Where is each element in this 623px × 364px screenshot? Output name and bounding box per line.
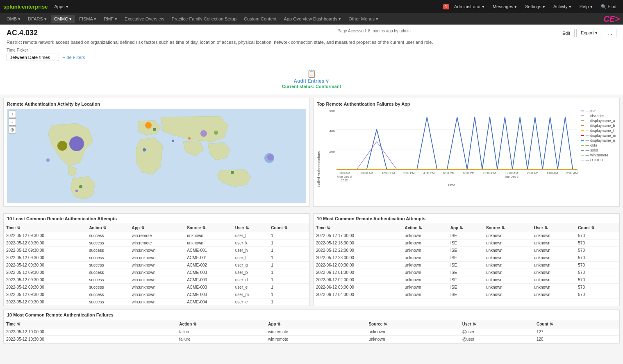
page-accessed-text: Page Accessed: 6 months ago by admin (190, 29, 558, 33)
table-cell: 1 (268, 262, 309, 269)
cmmc-menu[interactable]: CMMC ▾ (51, 15, 75, 23)
activity-menu[interactable]: Activity ▾ (550, 2, 575, 11)
target-button[interactable]: ⊕ (9, 126, 16, 133)
table-cell: 2022-05-12 09:30:00 (4, 291, 86, 298)
mc-col-action[interactable]: Action ⇅ (402, 224, 448, 232)
executive-overview-menu[interactable]: Executive Overview (121, 15, 168, 23)
table-cell: 2022-05-12 10:00:00 (4, 328, 177, 336)
table-cell: user_e (233, 298, 269, 306)
dn-a-color (581, 120, 584, 121)
help-menu[interactable]: Help ▾ (576, 2, 596, 11)
table-cell: 1 (268, 254, 309, 262)
winremote-label: — win:remote (585, 153, 608, 157)
lc-col-source[interactable]: Source ⇅ (184, 224, 233, 232)
lc-col-count[interactable]: Count ⇅ (268, 224, 309, 232)
other-menus[interactable]: Other Menus ▾ (345, 15, 382, 23)
audit-icon: 📋 (7, 69, 616, 78)
audit-entries-section: 📋 Audit Entries ∨ Current status: Confor… (7, 65, 616, 90)
dn-b-color (581, 125, 584, 126)
x-label-3: 2:00 PM (403, 171, 415, 182)
table-cell: unknown (402, 291, 448, 298)
practice-family-menu[interactable]: Practice Family Collection Setup (168, 15, 240, 23)
table-cell: unknown (402, 284, 448, 291)
filter-section: Time Picker Between Date-times Hide Filt… (7, 48, 616, 61)
f-col-user[interactable]: User ⇅ (460, 320, 534, 328)
mc-col-count[interactable]: Count ⇅ (575, 224, 619, 232)
svg-point-10 (188, 137, 191, 140)
audit-entries-toggle[interactable]: Audit Entries ∨ (7, 78, 616, 84)
export-button[interactable]: Export ▾ (576, 29, 602, 37)
table-row: 2022-06-12 03:00:00unknownISEunknownunkn… (314, 284, 619, 291)
x-label-11: 6:00 AM (566, 171, 578, 182)
mc-col-source[interactable]: Source ⇅ (484, 224, 532, 232)
fisma-menu[interactable]: FISMA ▾ (76, 15, 100, 23)
table-cell: success (86, 232, 129, 240)
okta-label: — okta (585, 143, 597, 147)
app-overview-menu[interactable]: App Overview Dashboards ▾ (281, 15, 345, 23)
sshd-label: — sshd (585, 148, 598, 152)
tables-section: 10 Least Common Remote Authentication At… (0, 210, 623, 350)
x-label-6: 8:00 PM (463, 171, 474, 182)
mc-col-user[interactable]: User ⇅ (532, 224, 575, 232)
messages-menu[interactable]: Messages ▾ (489, 2, 520, 11)
zoom-in-button[interactable]: + (9, 111, 16, 118)
table-row: 2022-05-12 09:30:00successwin:unknownACM… (4, 262, 309, 269)
f-col-count[interactable]: Count ⇅ (534, 320, 619, 328)
table-row: 2022-05-12 09:30:00successwin:remoteunkn… (4, 232, 309, 240)
table-cell: unknown (402, 262, 448, 269)
least-common-thead: Time ⇅ Action ⇅ App ⇅ Source ⇅ User ⇅ Co… (4, 224, 309, 232)
table-cell: 570 (575, 262, 619, 269)
table-cell: win:remote (129, 240, 184, 247)
f-col-time[interactable]: Time ⇅ (4, 320, 177, 328)
custom-content-menu[interactable]: Custom Content (241, 15, 280, 23)
lc-col-user[interactable]: User ⇅ (233, 224, 269, 232)
failures-tbody: 2022-05-12 10:00:00failurewin:remoteunkn… (4, 328, 619, 343)
y-200: 200 (325, 150, 335, 154)
f-col-action[interactable]: Action ⇅ (177, 320, 266, 328)
hide-filters-link[interactable]: Hide Filters (62, 55, 85, 60)
x-label-7: 10:00 PM (483, 171, 496, 182)
mc-col-app[interactable]: App ⇅ (448, 224, 484, 232)
settings-menu[interactable]: Settings ▾ (522, 2, 548, 11)
table-cell: unknown (532, 262, 575, 269)
failures-title: 10 Most Common Remote Authentication Fai… (4, 310, 619, 320)
lc-col-app[interactable]: App ⇅ (129, 224, 184, 232)
table-cell: win:unknown (129, 262, 184, 269)
find-button[interactable]: 🔍 Find (598, 2, 620, 11)
table-cell: 570 (575, 247, 619, 254)
table-cell: ISE (448, 276, 484, 284)
rmf-menu[interactable]: RMF ▾ (100, 15, 121, 23)
table-cell: 2022-06-12 02:00:00 (314, 276, 402, 284)
table-row: 2022-05-12 10:00:00failurewin:remoteunkn… (4, 328, 619, 336)
map-title: Remote Authentication Activity by Locati… (7, 102, 306, 106)
administrator-menu[interactable]: Administrator ▾ (451, 2, 488, 11)
time-picker-select[interactable]: Between Date-times (7, 54, 59, 61)
edit-button[interactable]: Edit (558, 29, 575, 37)
f-col-app[interactable]: App ⇅ (266, 320, 366, 328)
dfars-menu[interactable]: DFARS ▾ (25, 15, 50, 23)
table-cell: unknown (366, 328, 459, 336)
omb-menu[interactable]: OMB ▾ (3, 15, 24, 23)
f-col-source[interactable]: Source ⇅ (366, 320, 459, 328)
table-cell: @user (460, 336, 534, 343)
table-cell: 570 (575, 276, 619, 284)
second-navigation: OMB ▾ DFARS ▾ CMMC ▾ FISMA ▾ RMF ▾ Execu… (0, 13, 623, 25)
more-button[interactable]: ... (604, 29, 616, 37)
table-row: 2022-05-12 18:30:00unknownISEunknownunkn… (314, 240, 619, 247)
dn-m-label: — displayname_m (585, 133, 616, 138)
svg-point-16 (267, 154, 274, 161)
table-cell: 570 (575, 240, 619, 247)
table-cell: failure (177, 328, 266, 336)
y-600: 600 (325, 109, 335, 113)
lc-col-time[interactable]: Time ⇅ (4, 224, 86, 232)
page-accessed-area: Page Accessed: 6 months ago by admin (190, 29, 558, 33)
table-cell: user_l (233, 232, 269, 240)
top-nav-right: 1 Administrator ▾ Messages ▾ Settings ▾ … (443, 2, 620, 11)
mc-col-time[interactable]: Time ⇅ (314, 224, 402, 232)
apps-menu[interactable]: Apps ▾ (51, 2, 71, 11)
zoom-out-button[interactable]: - (9, 118, 16, 126)
dn-slash-color (581, 130, 584, 131)
lc-col-action[interactable]: Action ⇅ (86, 224, 129, 232)
table-cell: success (86, 262, 129, 269)
chart-area: Failed Authentications 600 400 200 (317, 109, 616, 187)
